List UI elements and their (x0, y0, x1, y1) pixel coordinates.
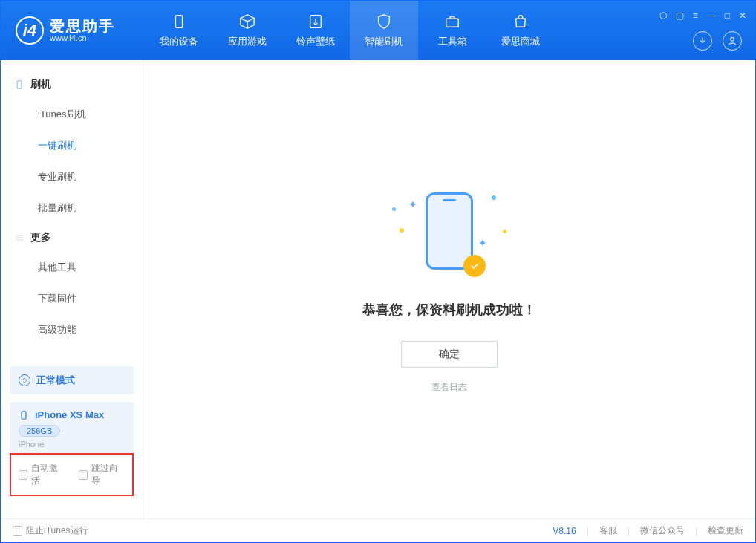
nav-smart-flash[interactable]: 智能刷机 (350, 1, 418, 60)
nav-label: 爱思商城 (501, 35, 540, 48)
sparkle-icon: ✦ (408, 198, 417, 210)
nav-ringtones[interactable]: 铃声壁纸 (281, 1, 350, 60)
sparkle-icon: ✦ (478, 237, 487, 249)
device-capacity: 256GB (19, 425, 60, 437)
svg-rect-4 (17, 81, 22, 89)
checkbox-skip-guide[interactable]: 跳过向导 (79, 462, 126, 487)
bag-icon (512, 13, 529, 30)
view-log-link[interactable]: 查看日志 (431, 381, 467, 394)
nav-apps[interactable]: 应用游戏 (213, 1, 281, 60)
sidebar-item-oneclick-flash[interactable]: 一键刷机 (1, 130, 143, 161)
refresh-icon (19, 374, 30, 386)
sparkle-dot-icon (503, 230, 506, 233)
main-content: ✦ ✦ 恭喜您，保资料刷机成功啦！ 确定 查看日志 (143, 60, 755, 518)
svg-point-3 (731, 37, 734, 41)
music-icon (307, 13, 325, 30)
device-info-box[interactable]: iPhone XS Max 256GB iPhone (10, 402, 134, 456)
user-button[interactable] (723, 31, 742, 51)
svg-rect-0 (175, 16, 182, 28)
check-update-link[interactable]: 检查更新 (708, 524, 743, 537)
nav-label: 应用游戏 (228, 35, 267, 48)
nav-label: 我的设备 (160, 35, 198, 48)
download-button[interactable] (693, 31, 712, 51)
feedback-icon[interactable]: ▢ (676, 10, 684, 21)
menu-icon[interactable]: ≡ (693, 10, 698, 21)
checkbox-label: 自动激活 (31, 462, 65, 487)
checkbox-auto-activate[interactable]: 自动激活 (19, 462, 65, 487)
header-right: ⬡ ▢ ≡ — □ ✕ (659, 10, 746, 51)
sidebar-section-more: 更多 (1, 224, 143, 252)
app-url: www.i4.cn (50, 33, 115, 42)
success-illustration: ✦ ✦ (386, 185, 512, 282)
sparkle-dot-icon (492, 195, 496, 200)
device-name: iPhone XS Max (35, 409, 104, 420)
svg-rect-5 (22, 411, 26, 419)
checkmark-badge-icon (463, 255, 486, 277)
nav: 我的设备 应用游戏 铃声壁纸 智能刷机 工具箱 爱思商城 (145, 1, 555, 60)
nav-label: 工具箱 (438, 35, 467, 48)
version-label: V8.16 (553, 526, 576, 536)
minimize-button[interactable]: — (707, 10, 716, 21)
footer-right: V8.16 | 客服 | 微信公众号 | 检查更新 (553, 524, 743, 537)
options-highlight: 自动激活 跳过向导 (10, 453, 134, 496)
divider: | (628, 526, 630, 536)
nav-label: 智能刷机 (365, 35, 403, 48)
success-message: 恭喜您，保资料刷机成功啦！ (362, 301, 536, 319)
header: i4 爱思助手 www.i4.cn 我的设备 应用游戏 铃声壁纸 智能刷机 工具… (1, 1, 755, 60)
wechat-link[interactable]: 微信公众号 (640, 524, 685, 537)
nav-store[interactable]: 爱思商城 (486, 1, 555, 60)
header-actions (693, 31, 746, 51)
sidebar-section-flash: 刷机 (1, 71, 143, 99)
section-title: 更多 (30, 231, 51, 244)
device-mode-box[interactable]: 正常模式 (10, 366, 134, 394)
device-icon (170, 13, 188, 30)
briefcase-icon (443, 13, 461, 30)
tshirt-icon[interactable]: ⬡ (659, 10, 667, 21)
checkbox-label: 跳过向导 (91, 462, 125, 487)
checkbox-block-itunes[interactable]: 阻止iTunes运行 (13, 524, 88, 537)
nav-label: 铃声壁纸 (296, 35, 335, 48)
phone-icon (14, 79, 25, 90)
app-name: 爱思助手 (50, 19, 115, 33)
section-title: 刷机 (30, 78, 51, 91)
svg-rect-2 (446, 19, 459, 27)
divider: | (695, 526, 697, 536)
maximize-button[interactable]: □ (725, 10, 730, 21)
logo-text-block: 爱思助手 www.i4.cn (50, 19, 115, 42)
phone-icon (19, 410, 29, 420)
list-icon (14, 233, 25, 243)
divider: | (587, 526, 589, 536)
sidebar-item-advanced[interactable]: 高级功能 (1, 314, 143, 345)
support-link[interactable]: 客服 (599, 524, 617, 537)
device-mode: 正常模式 (36, 374, 75, 387)
close-button[interactable]: ✕ (739, 10, 746, 21)
sidebar: 刷机 iTunes刷机 一键刷机 专业刷机 批量刷机 更多 其他工具 下载固件 … (1, 60, 143, 518)
device-type: iPhone (19, 440, 125, 449)
cube-icon (238, 13, 256, 30)
sidebar-item-itunes-flash[interactable]: iTunes刷机 (1, 99, 143, 130)
ok-button[interactable]: 确定 (401, 341, 498, 368)
window-controls: ⬡ ▢ ≡ — □ ✕ (659, 10, 746, 21)
sidebar-item-download-firmware[interactable]: 下载固件 (1, 283, 143, 314)
device-panel: 正常模式 iPhone XS Max 256GB iPhone (10, 366, 134, 456)
sidebar-item-batch-flash[interactable]: 批量刷机 (1, 192, 143, 224)
sparkle-dot-icon (400, 228, 404, 233)
sidebar-item-other-tools[interactable]: 其他工具 (1, 252, 143, 283)
sparkle-dot-icon (392, 207, 396, 211)
nav-my-device[interactable]: 我的设备 (145, 1, 213, 60)
logo-icon: i4 (16, 16, 44, 45)
logo[interactable]: i4 爱思助手 www.i4.cn (16, 16, 115, 45)
sidebar-item-pro-flash[interactable]: 专业刷机 (1, 161, 143, 192)
nav-toolbox[interactable]: 工具箱 (418, 1, 486, 60)
footer: 阻止iTunes运行 V8.16 | 客服 | 微信公众号 | 检查更新 (1, 518, 755, 542)
shield-icon (375, 13, 393, 30)
checkbox-label: 阻止iTunes运行 (26, 524, 88, 537)
